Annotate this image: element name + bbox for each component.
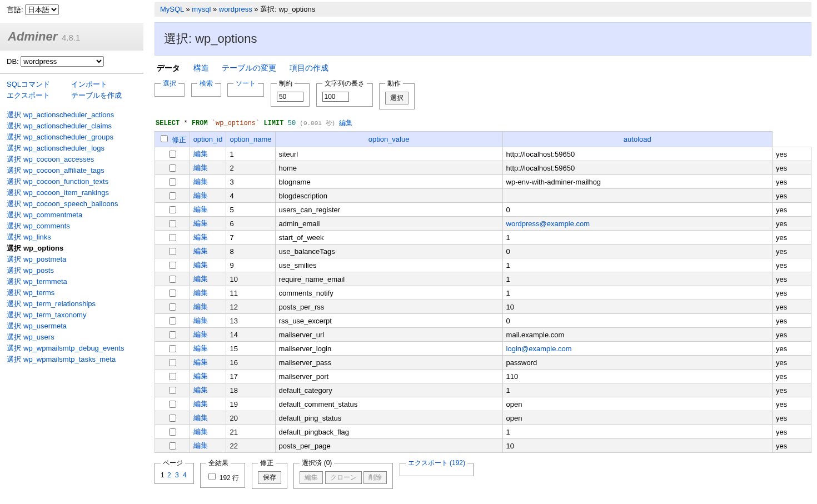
- row-checkbox[interactable]: [169, 331, 176, 338]
- table-select-link[interactable]: 選択: [7, 333, 21, 341]
- row-edit-link[interactable]: 編集: [193, 191, 208, 199]
- page-link[interactable]: 2: [167, 471, 171, 479]
- table-select-link[interactable]: 選択: [7, 211, 21, 219]
- cell-value-link[interactable]: wordpress@example.com: [506, 219, 590, 228]
- table-name-link[interactable]: wp_wpmailsmtp_tasks_meta: [23, 355, 116, 363]
- table-select-link[interactable]: 選択: [7, 355, 21, 363]
- row-checkbox[interactable]: [169, 178, 176, 186]
- table-select-link[interactable]: 選択: [7, 133, 21, 141]
- row-checkbox[interactable]: [169, 317, 176, 325]
- table-select-link[interactable]: 選択: [7, 288, 21, 297]
- table-name-link[interactable]: wp_actionscheduler_actions: [23, 111, 114, 119]
- fs-export-legend[interactable]: エクスポート (192): [408, 459, 465, 467]
- row-checkbox[interactable]: [169, 206, 176, 213]
- table-select-link[interactable]: 選択: [7, 311, 21, 319]
- row-checkbox[interactable]: [169, 151, 176, 158]
- check-all[interactable]: [161, 135, 168, 142]
- whole-checkbox[interactable]: [208, 473, 216, 480]
- table-select-link[interactable]: 選択: [7, 122, 21, 130]
- table-name-link[interactable]: wp_actionscheduler_groups: [23, 133, 113, 141]
- row-edit-link[interactable]: 編集: [193, 233, 208, 241]
- row-checkbox[interactable]: [169, 276, 176, 283]
- row-edit-link[interactable]: 編集: [193, 372, 208, 380]
- row-checkbox[interactable]: [169, 401, 176, 408]
- bc-table[interactable]: wordpress: [219, 5, 252, 13]
- row-edit-link[interactable]: 編集: [193, 288, 208, 297]
- row-edit-link[interactable]: 編集: [193, 413, 208, 422]
- whole-label[interactable]: 192 行: [206, 474, 239, 482]
- table-select-link[interactable]: 選択: [7, 155, 21, 163]
- row-checkbox[interactable]: [169, 290, 176, 297]
- textlen-input[interactable]: [322, 92, 349, 102]
- cell-value-link[interactable]: login@example.com: [506, 345, 572, 353]
- sidebar-hscroll[interactable]: [0, 371, 143, 376]
- row-edit-link[interactable]: 編集: [193, 163, 208, 172]
- row-edit-link[interactable]: 編集: [193, 149, 208, 158]
- table-select-link[interactable]: 選択: [7, 166, 21, 174]
- table-name-link[interactable]: wp_usermeta: [23, 322, 67, 330]
- row-checkbox[interactable]: [169, 248, 176, 255]
- language-select[interactable]: 日本語: [25, 4, 59, 15]
- table-select-link[interactable]: 選択: [7, 322, 21, 330]
- row-checkbox[interactable]: [169, 192, 176, 199]
- row-checkbox[interactable]: [169, 387, 176, 394]
- action-submit[interactable]: [385, 92, 409, 104]
- table-select-link[interactable]: 選択: [7, 177, 21, 186]
- row-edit-link[interactable]: 編集: [193, 247, 208, 255]
- table-name-link[interactable]: wp_comments: [23, 222, 70, 230]
- row-edit-link[interactable]: 編集: [193, 275, 208, 283]
- table-select-link[interactable]: 選択: [7, 266, 21, 275]
- table-name-link[interactable]: wp_cocoon_accesses: [23, 155, 94, 163]
- fs-sort-legend[interactable]: ソート: [236, 79, 256, 87]
- table-select-link[interactable]: 選択: [7, 244, 21, 252]
- row-edit-link[interactable]: 編集: [193, 219, 208, 227]
- row-edit-link[interactable]: 編集: [193, 205, 208, 213]
- table-name-link[interactable]: wp_cocoon_function_texts: [23, 177, 108, 186]
- table-name-link[interactable]: wp_wpmailsmtp_debug_events: [23, 344, 124, 352]
- table-name-link[interactable]: wp_users: [23, 333, 54, 341]
- table-name-link[interactable]: wp_cocoon_speech_balloons: [23, 199, 118, 208]
- table-name-link[interactable]: wp_postmeta: [23, 255, 66, 263]
- fs-search-legend[interactable]: 検索: [200, 79, 213, 87]
- row-checkbox[interactable]: [169, 359, 176, 366]
- table-name-link[interactable]: wp_termmeta: [23, 277, 67, 286]
- table-name-link[interactable]: wp_commentmeta: [23, 211, 82, 219]
- sql-edit-link[interactable]: 編集: [339, 119, 352, 127]
- page-link[interactable]: 4: [183, 471, 187, 479]
- row-edit-link[interactable]: 編集: [193, 427, 208, 436]
- link-sql-command[interactable]: SQLコマンド: [7, 79, 69, 89]
- table-select-link[interactable]: 選択: [7, 277, 21, 286]
- table-select-link[interactable]: 選択: [7, 344, 21, 352]
- th-modify[interactable]: 修正: [172, 136, 186, 144]
- row-checkbox[interactable]: [169, 345, 176, 352]
- row-checkbox[interactable]: [169, 262, 176, 269]
- page-link[interactable]: 3: [175, 471, 179, 479]
- row-edit-link[interactable]: 編集: [193, 330, 208, 338]
- table-name-link[interactable]: wp_term_relationships: [23, 300, 96, 308]
- table-name-link[interactable]: wp_actionscheduler_claims: [23, 122, 112, 130]
- save-button[interactable]: [258, 471, 281, 484]
- row-checkbox[interactable]: [169, 220, 176, 227]
- row-edit-link[interactable]: 編集: [193, 261, 208, 269]
- fs-select-legend[interactable]: 選択: [163, 79, 176, 87]
- table-name-link[interactable]: wp_actionscheduler_logs: [23, 144, 104, 152]
- row-edit-link[interactable]: 編集: [193, 344, 208, 352]
- table-name-link[interactable]: wp_cocoon_item_rankings: [23, 188, 109, 197]
- row-checkbox[interactable]: [169, 234, 176, 241]
- row-edit-link[interactable]: 編集: [193, 400, 208, 408]
- row-checkbox[interactable]: [169, 415, 176, 422]
- bc-server[interactable]: MySQL: [160, 5, 184, 13]
- tab-new-item[interactable]: 項目の作成: [290, 63, 328, 72]
- table-select-link[interactable]: 選択: [7, 199, 21, 208]
- table-name-link[interactable]: wp_links: [23, 233, 51, 241]
- row-checkbox[interactable]: [169, 303, 176, 311]
- db-select[interactable]: wordpress: [21, 56, 104, 67]
- table-select-link[interactable]: 選択: [7, 233, 21, 241]
- limit-input[interactable]: [277, 92, 303, 102]
- table-select-link[interactable]: 選択: [7, 188, 21, 197]
- table-select-link[interactable]: 選択: [7, 144, 21, 152]
- row-checkbox[interactable]: [169, 373, 176, 380]
- row-edit-link[interactable]: 編集: [193, 316, 208, 325]
- tab-structure[interactable]: 構造: [193, 63, 209, 72]
- table-select-link[interactable]: 選択: [7, 255, 21, 263]
